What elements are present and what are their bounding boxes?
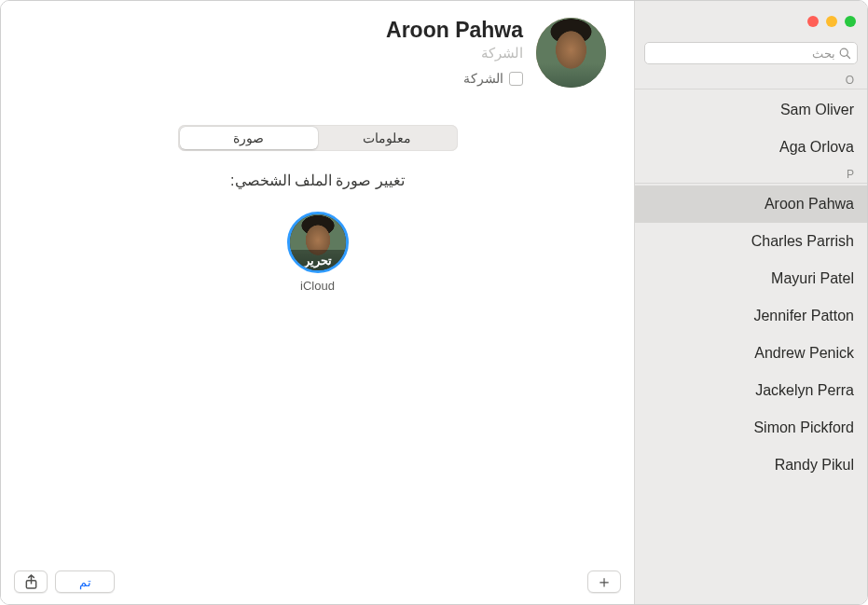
contact-name[interactable]: Aroon Pahwa bbox=[386, 18, 523, 43]
photo-sources-area: تحرير iCloud bbox=[1, 212, 634, 293]
search-input[interactable] bbox=[651, 47, 835, 61]
section-header-p: P bbox=[635, 166, 867, 184]
minimize-button[interactable] bbox=[826, 16, 837, 27]
titlebar bbox=[635, 1, 867, 42]
profile-photo-thumb[interactable]: تحرير bbox=[287, 212, 349, 273]
detail-header: Aroon Pahwa الشركة الشركة bbox=[1, 1, 634, 88]
sidebar: O Sam Oliver Aga Orlova P Aroon Pahwa Ch… bbox=[634, 1, 867, 604]
avatar-face bbox=[536, 18, 606, 88]
segment-photo[interactable]: صورة bbox=[180, 127, 318, 149]
company-checkbox-row: الشركة bbox=[463, 71, 523, 86]
company-checkbox-label: الشركة bbox=[463, 71, 503, 86]
section-header-o: O bbox=[635, 72, 867, 89]
window-controls bbox=[807, 16, 856, 27]
list-item[interactable]: Jackelyn Perra bbox=[635, 372, 867, 409]
contact-avatar[interactable] bbox=[536, 18, 606, 88]
list-item[interactable]: Charles Parrish bbox=[635, 223, 867, 260]
list-item[interactable]: Aga Orlova bbox=[635, 129, 867, 166]
search-field[interactable] bbox=[644, 42, 858, 64]
list-item[interactable]: Mayuri Patel bbox=[635, 260, 867, 297]
done-button[interactable]: تم bbox=[55, 571, 115, 593]
add-button[interactable]: ＋ bbox=[587, 571, 621, 593]
list-item[interactable]: Jennifer Patton bbox=[635, 297, 867, 335]
segment-info[interactable]: معلومات bbox=[318, 127, 456, 149]
photo-source-caption: iCloud bbox=[300, 279, 335, 293]
list-item[interactable]: Simon Pickford bbox=[635, 409, 867, 447]
contact-list[interactable]: O Sam Oliver Aga Orlova P Aroon Pahwa Ch… bbox=[635, 72, 867, 604]
plus-icon: ＋ bbox=[596, 573, 613, 590]
company-field-placeholder[interactable]: الشركة bbox=[481, 45, 523, 62]
share-icon bbox=[24, 574, 38, 590]
list-item[interactable]: Andrew Penick bbox=[635, 335, 867, 372]
change-profile-photo-label: تغيير صورة الملف الشخصي: bbox=[1, 172, 634, 189]
list-item[interactable]: Randy Pikul bbox=[635, 447, 867, 484]
search-wrap bbox=[635, 42, 867, 72]
edit-overlay[interactable]: تحرير bbox=[290, 250, 346, 270]
search-icon bbox=[839, 48, 851, 60]
list-item[interactable]: Aroon Pahwa bbox=[635, 186, 867, 223]
segmented-control-wrap: صورة معلومات bbox=[1, 125, 634, 151]
segmented-control: صورة معلومات bbox=[178, 125, 458, 151]
bottom-toolbar: تم ＋ bbox=[1, 559, 634, 604]
contacts-window: Aroon Pahwa الشركة الشركة صورة معلومات ت… bbox=[0, 0, 868, 605]
zoom-button[interactable] bbox=[845, 16, 856, 27]
detail-header-text: Aroon Pahwa الشركة الشركة bbox=[386, 18, 523, 88]
close-button[interactable] bbox=[807, 16, 819, 27]
company-checkbox[interactable] bbox=[509, 72, 523, 86]
photo-source-item: تحرير iCloud bbox=[287, 212, 349, 293]
share-button[interactable] bbox=[14, 571, 48, 593]
bottom-left-buttons: تم bbox=[14, 571, 115, 593]
list-item[interactable]: Sam Oliver bbox=[635, 91, 867, 129]
contact-detail-pane: Aroon Pahwa الشركة الشركة صورة معلومات ت… bbox=[1, 1, 634, 604]
